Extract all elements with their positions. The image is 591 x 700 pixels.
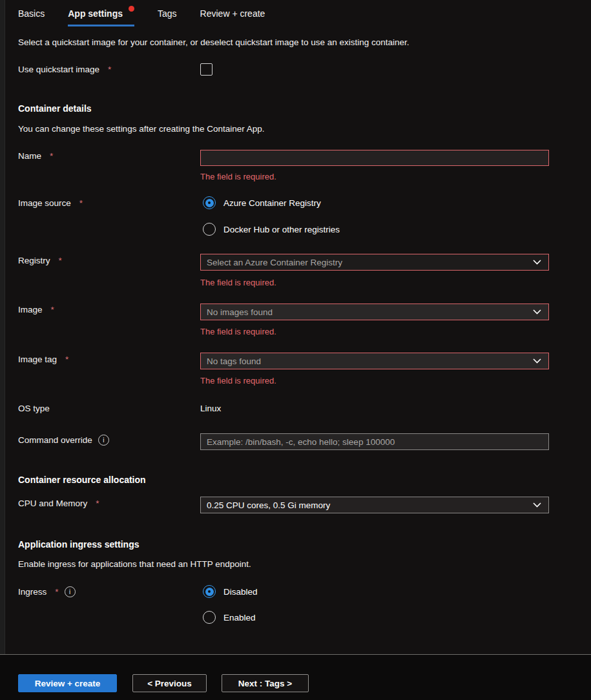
radio-ingress-enabled[interactable]: Enabled	[203, 611, 256, 624]
panel-left-edge	[0, 0, 5, 700]
name-label: Name*	[18, 151, 53, 161]
radio-selected-icon	[203, 196, 216, 209]
image-dropdown-placeholder: No images found	[207, 307, 273, 317]
radio-ingress-enabled-label: Enabled	[223, 613, 256, 623]
radio-selected-icon	[203, 585, 216, 598]
required-marker: *	[79, 198, 83, 208]
container-details-description: You can change these settings after crea…	[18, 124, 265, 134]
command-override-placeholder: Example: /bin/bash, -c, echo hello; slee…	[207, 437, 395, 447]
tab-tags[interactable]: Tags	[158, 0, 177, 26]
previous-button[interactable]: < Previous	[132, 674, 207, 692]
info-icon[interactable]: i	[65, 586, 76, 597]
unsaved-changes-dot-icon	[129, 6, 134, 12]
command-override-label: Command override i	[18, 435, 109, 446]
required-marker: *	[96, 499, 99, 508]
next-tags-button[interactable]: Next : Tags >	[222, 674, 309, 692]
resource-allocation-heading: Container resource allocation	[18, 475, 146, 485]
tab-app-settings[interactable]: App settings	[68, 0, 134, 26]
required-marker: *	[50, 151, 53, 161]
image-tag-dropdown[interactable]: No tags found	[200, 353, 549, 369]
wizard-tabs: Basics App settings Tags Review + create	[18, 0, 265, 26]
registry-dropdown[interactable]: Select an Azure Container Registry	[200, 254, 549, 271]
registry-dropdown-placeholder: Select an Azure Container Registry	[207, 258, 342, 267]
intro-text: Select a quickstart image for your conta…	[18, 37, 410, 47]
container-details-heading: Container details	[18, 103, 92, 114]
required-marker: *	[51, 305, 54, 314]
os-type-value: Linux	[200, 404, 221, 413]
chevron-down-icon	[533, 502, 541, 508]
image-tag-dropdown-placeholder: No tags found	[207, 356, 261, 366]
radio-docker-hub-label: Docker Hub or other registries	[223, 225, 340, 234]
os-type-label: OS type	[18, 404, 50, 413]
radio-ingress-disabled-label: Disabled	[223, 587, 258, 597]
required-marker: *	[65, 355, 68, 364]
tab-basics[interactable]: Basics	[18, 0, 45, 26]
cpu-memory-label: CPU and Memory*	[18, 499, 99, 508]
chevron-down-icon	[533, 358, 541, 364]
chevron-down-icon	[533, 309, 541, 314]
radio-azure-container-registry[interactable]: Azure Container Registry	[203, 196, 321, 209]
cpu-memory-dropdown[interactable]: 0.25 CPU cores, 0.5 Gi memory	[200, 497, 549, 513]
command-override-input[interactable]: Example: /bin/bash, -c, echo hello; slee…	[200, 433, 549, 450]
image-tag-error: The field is required.	[200, 376, 276, 386]
info-icon[interactable]: i	[98, 435, 109, 446]
required-marker: *	[108, 65, 111, 74]
tab-review-create[interactable]: Review + create	[200, 0, 265, 26]
image-dropdown[interactable]: No images found	[200, 304, 549, 320]
review-create-button[interactable]: Review + create	[18, 674, 117, 692]
use-quickstart-label: Use quickstart image*	[18, 65, 111, 74]
chevron-down-icon	[533, 260, 541, 265]
radio-azure-container-registry-label: Azure Container Registry	[223, 198, 321, 208]
radio-ingress-disabled[interactable]: Disabled	[203, 585, 258, 598]
radio-unselected-icon	[203, 611, 216, 624]
cpu-memory-value: 0.25 CPU cores, 0.5 Gi memory	[207, 500, 330, 510]
name-error: The field is required.	[200, 172, 276, 181]
ingress-section-description: Enable ingress for applications that nee…	[18, 559, 251, 569]
radio-unselected-icon	[203, 223, 216, 236]
required-marker: *	[59, 256, 62, 265]
image-error: The field is required.	[200, 327, 276, 336]
wizard-footer: Review + create < Previous Next : Tags >	[0, 655, 591, 700]
ingress-section-heading: Application ingress settings	[18, 539, 139, 550]
image-label: Image*	[18, 305, 54, 314]
tab-app-settings-label: App settings	[68, 8, 123, 19]
name-input[interactable]	[200, 150, 549, 166]
required-marker: *	[55, 587, 58, 597]
image-source-label: Image source*	[18, 198, 83, 208]
radio-docker-hub[interactable]: Docker Hub or other registries	[203, 223, 340, 236]
image-tag-label: Image tag*	[18, 355, 68, 364]
registry-error: The field is required.	[200, 278, 276, 287]
ingress-label: Ingress* i	[18, 586, 76, 597]
use-quickstart-checkbox[interactable]	[200, 63, 213, 76]
registry-label: Registry*	[18, 256, 62, 265]
